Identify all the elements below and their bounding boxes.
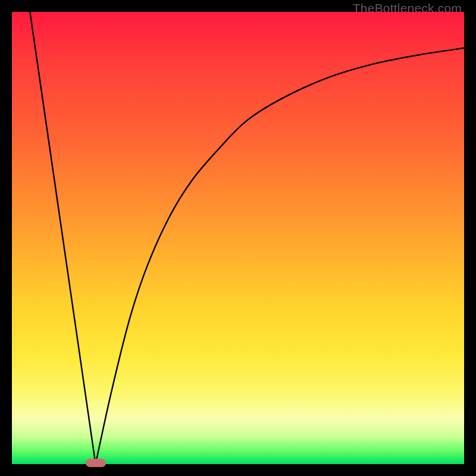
bottleneck-curve bbox=[30, 12, 464, 464]
chart-frame bbox=[12, 12, 464, 464]
chart-curve-svg bbox=[12, 12, 464, 464]
optimal-point-marker bbox=[86, 459, 106, 467]
